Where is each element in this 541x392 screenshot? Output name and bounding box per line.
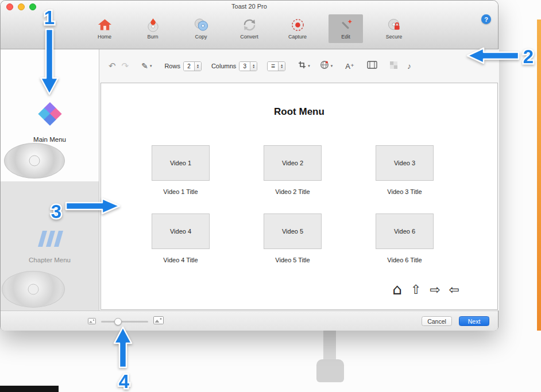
- video-tile-label: Video 3: [394, 160, 415, 166]
- video-caption[interactable]: Video 6 Title: [376, 257, 434, 263]
- rows-value: 2: [184, 62, 194, 71]
- next-button[interactable]: Next: [459, 316, 489, 326]
- annotation-arrow-3-right: [64, 196, 122, 216]
- audio-button[interactable]: ♪: [407, 61, 411, 71]
- globe-icon: [320, 60, 329, 72]
- app-toolbar: Home Burn Copy: [80, 14, 418, 43]
- mask-pattern-button[interactable]: [390, 61, 397, 71]
- menu-nav-icons: ⌂ ⇧ ⇨ ⇦: [392, 281, 459, 298]
- svg-text:4: 4: [119, 371, 130, 392]
- up-nav-icon[interactable]: ⇧: [411, 282, 421, 297]
- zoom-slider[interactable]: [101, 321, 148, 323]
- video-caption[interactable]: Video 4 Title: [152, 257, 210, 263]
- stepper-arrows-icon[interactable]: ▲▼: [194, 62, 201, 71]
- columns-value: 3: [239, 62, 250, 71]
- crop-dropdown[interactable]: ▾: [298, 61, 310, 71]
- draw-tool-dropdown[interactable]: ✎ ▾: [141, 61, 152, 71]
- window-header: Toast 20 Pro Home Burn: [1, 1, 498, 49]
- video-cell: Video 1 Video 1 Title: [152, 145, 210, 195]
- edit-toolbar: ↶ ↷ ✎ ▾ Rows 2 ▲▼ Columns 3 ▲▼: [99, 49, 499, 83]
- video-cell: Video 3 Video 3 Title: [376, 145, 434, 195]
- video-tile[interactable]: Video 1: [152, 145, 210, 181]
- columns-label: Columns: [211, 63, 236, 69]
- video-tile[interactable]: Video 4: [152, 214, 210, 249]
- capture-icon: [291, 17, 305, 32]
- video-tile-label: Video 5: [282, 228, 303, 235]
- home-nav-icon[interactable]: ⌂: [392, 281, 402, 298]
- video-caption[interactable]: Video 2 Title: [264, 188, 322, 195]
- annotation-number-1: 1: [37, 3, 62, 29]
- toolbar-item-copy[interactable]: Copy: [177, 14, 225, 43]
- toolbar-item-home[interactable]: Home: [80, 14, 129, 43]
- toolbar-item-secure[interactable]: Secure: [370, 14, 418, 43]
- video-cell: Video 2 Video 2 Title: [264, 145, 322, 195]
- previous-nav-icon[interactable]: ⇦: [449, 282, 459, 297]
- main-menu-icon: [35, 100, 65, 129]
- sidebar-item-label: Chapter Menu: [29, 257, 71, 263]
- video-tile[interactable]: Video 5: [264, 214, 322, 249]
- edit-panel: ↶ ↷ ✎ ▾ Rows 2 ▲▼ Columns 3 ▲▼: [99, 49, 499, 311]
- annotation-arrow-1-down: [39, 28, 60, 96]
- zoom-out-image-icon: [88, 316, 96, 327]
- crop-icon: [298, 61, 306, 71]
- stepper-arrows-icon[interactable]: ▲▼: [250, 62, 257, 71]
- toolbar-item-burn[interactable]: Burn: [129, 14, 177, 43]
- checkerboard-icon: [390, 61, 397, 71]
- disc-graphic-dimmed: [2, 271, 65, 308]
- video-caption[interactable]: Video 5 Title: [264, 257, 322, 263]
- zoom-slider-knob[interactable]: [114, 318, 122, 325]
- secure-icon: [387, 17, 401, 32]
- chevron-down-icon: ▾: [150, 64, 152, 68]
- video-tile-label: Video 4: [170, 228, 191, 235]
- video-cell: Video 6 Video 6 Title: [376, 214, 434, 263]
- chevron-down-icon: ▾: [331, 64, 333, 68]
- annotation-arrow-4-up: [113, 325, 133, 370]
- rows-label: Rows: [164, 63, 180, 69]
- desktop-background-object-base: [316, 359, 344, 382]
- help-button[interactable]: ?: [481, 14, 491, 24]
- chevron-down-icon: ▾: [308, 64, 310, 68]
- video-cell: Video 4 Video 4 Title: [152, 214, 210, 263]
- toolbar-item-label: Convert: [240, 34, 258, 40]
- copy-icon: [194, 17, 208, 32]
- toolbar-item-convert[interactable]: Convert: [225, 14, 273, 43]
- toolbar-item-edit[interactable]: Edit: [322, 14, 370, 43]
- next-nav-icon[interactable]: ⇨: [430, 282, 440, 297]
- toolbar-item-label: Copy: [195, 34, 207, 40]
- edit-wand-icon: [339, 17, 353, 32]
- film-icon: [367, 61, 377, 71]
- toolbar-item-label: Secure: [386, 34, 403, 40]
- undo-button[interactable]: ↶: [109, 61, 116, 71]
- list-style-stepper[interactable]: ☰ ▲▼: [267, 61, 285, 71]
- svg-text:2: 2: [523, 46, 534, 67]
- video-tile[interactable]: Video 3: [376, 145, 434, 181]
- rows-stepper[interactable]: 2 ▲▼: [183, 61, 202, 71]
- video-caption[interactable]: Video 1 Title: [152, 188, 210, 195]
- text-style-button[interactable]: A⁺: [345, 62, 354, 71]
- app-window: Toast 20 Pro Home Burn: [0, 0, 499, 331]
- cancel-button[interactable]: Cancel: [422, 316, 452, 326]
- toolbar-item-capture[interactable]: Capture: [273, 14, 322, 43]
- redo-button[interactable]: ↷: [122, 61, 129, 71]
- annotation-number-4: 4: [111, 367, 137, 392]
- bottom-bar: Cancel Next: [1, 311, 498, 331]
- video-caption[interactable]: Video 3 Title: [376, 188, 434, 195]
- video-tile-label: Video 2: [282, 160, 303, 166]
- list-icon: ☰: [268, 62, 278, 71]
- window-title: Toast 20 Pro: [1, 3, 498, 10]
- video-frame-button[interactable]: [367, 61, 377, 71]
- video-tile[interactable]: Video 2: [264, 145, 322, 181]
- help-label: ?: [484, 16, 488, 23]
- burn-icon: [146, 17, 160, 32]
- toolbar-item-label: Home: [98, 34, 111, 40]
- columns-stepper[interactable]: 3 ▲▼: [239, 61, 257, 71]
- sidebar-item-label: Main Menu: [33, 136, 66, 143]
- stepper-arrows-icon[interactable]: ▲▼: [278, 62, 285, 71]
- region-dropdown[interactable]: ▾: [320, 60, 333, 72]
- svg-text:1: 1: [44, 7, 55, 28]
- svg-text:3: 3: [51, 201, 61, 222]
- menu-title[interactable]: Root Menu: [101, 106, 497, 118]
- chapter-menu-icon: [37, 230, 63, 249]
- video-cell: Video 5 Video 5 Title: [264, 214, 322, 263]
- video-tile[interactable]: Video 6: [376, 214, 434, 249]
